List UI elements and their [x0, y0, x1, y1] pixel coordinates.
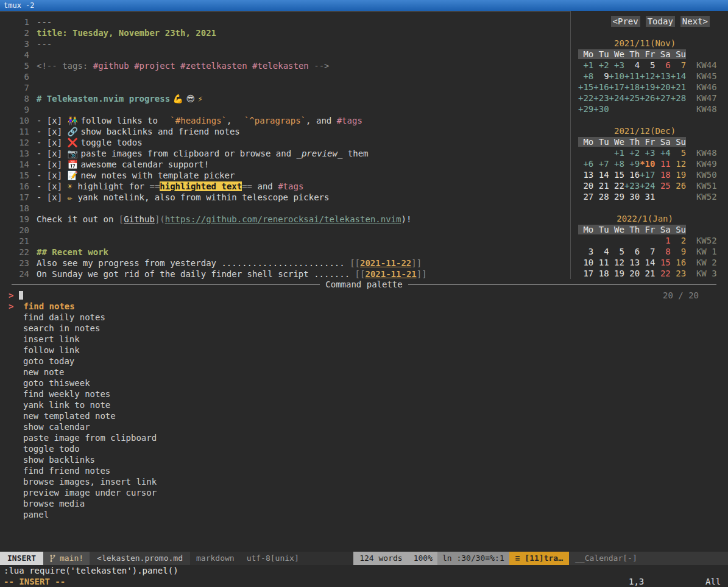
- editor-line[interactable]: 13- [x] 📷 paste images from clipboard or…: [0, 148, 570, 159]
- palette-prompt[interactable]: > 20 / 20: [0, 290, 728, 301]
- editor-line[interactable]: 17- [x] ✏ yank notelink, also from withi…: [0, 192, 570, 203]
- calendar-day[interactable]: +8: [578, 71, 593, 81]
- calendar-day[interactable]: 5: [640, 60, 655, 70]
- calendar-day[interactable]: +29: [578, 104, 593, 114]
- editor-line[interactable]: 16- [x] ☀ highlight for ==highlighted te…: [0, 181, 570, 192]
- calendar-day[interactable]: +11: [624, 71, 640, 81]
- calendar-day[interactable]: 25: [655, 181, 670, 191]
- calendar-day[interactable]: 18: [593, 269, 609, 278]
- palette-item[interactable]: new templated note: [0, 410, 728, 421]
- palette-item[interactable]: panel: [0, 509, 728, 520]
- palette-item[interactable]: new note: [0, 367, 728, 378]
- palette-item[interactable]: paste image from clipboard: [0, 432, 728, 443]
- calendar-day[interactable]: 26: [671, 181, 686, 191]
- calendar-day[interactable]: 17: [578, 269, 593, 278]
- calendar-day[interactable]: +26: [640, 93, 655, 103]
- calendar-day[interactable]: +21: [671, 82, 686, 92]
- calendar-day[interactable]: 5: [609, 247, 624, 256]
- calendar-day[interactable]: 11: [593, 258, 609, 267]
- editor-line[interactable]: 10- [x] 👫 follow links to `#headings`, `…: [0, 115, 570, 126]
- calendar-day[interactable]: 5: [671, 148, 686, 158]
- ref[interactable]: Github: [124, 214, 155, 224]
- calendar-day[interactable]: 30: [624, 192, 640, 202]
- editor-line[interactable]: 1---: [0, 16, 570, 27]
- calendar-day[interactable]: 3: [578, 247, 593, 256]
- calendar-next-button[interactable]: Next>: [680, 16, 710, 27]
- editor-line[interactable]: 3---: [0, 38, 570, 49]
- link[interactable]: 2021-11-22: [360, 258, 411, 268]
- calendar-day[interactable]: 12: [609, 258, 624, 267]
- calendar-day[interactable]: 29: [609, 192, 624, 202]
- calendar-day[interactable]: 10: [578, 258, 593, 267]
- calendar-day[interactable]: 16: [671, 258, 686, 267]
- calendar-day[interactable]: 21: [640, 269, 655, 278]
- calendar-day[interactable]: 13: [578, 170, 593, 180]
- editor-line[interactable]: 12- [x] ❌ toggle todos: [0, 137, 570, 148]
- calendar-day[interactable]: 6: [624, 247, 640, 256]
- palette-item[interactable]: browse media: [0, 498, 728, 509]
- calendar-day[interactable]: +16: [593, 82, 609, 92]
- calendar-day[interactable]: 14: [593, 170, 609, 180]
- editor-line[interactable]: 23Also see my progress from yesterday ..…: [0, 258, 570, 269]
- calendar-day[interactable]: +22: [578, 93, 593, 103]
- palette-item[interactable]: insert link: [0, 334, 728, 345]
- calendar-day[interactable]: 16: [624, 170, 640, 180]
- palette-item[interactable]: browse images, insert link: [0, 476, 728, 487]
- editor-line[interactable]: 2title: Tuesday, November 23th, 2021: [0, 27, 570, 38]
- calendar-day[interactable]: 1: [655, 236, 670, 245]
- calendar-day[interactable]: 19: [609, 269, 624, 278]
- palette-item[interactable]: preview image under cursor: [0, 487, 728, 498]
- calendar-day[interactable]: +10: [609, 71, 624, 81]
- calendar-day[interactable]: 22: [655, 269, 670, 278]
- calendar-day[interactable]: +3: [640, 148, 655, 158]
- calendar-day[interactable]: 12: [671, 159, 686, 169]
- editor-line[interactable]: 11- [x] 🔗 show backlinks and friend note…: [0, 126, 570, 137]
- calendar-day[interactable]: +1: [609, 148, 624, 158]
- calendar-day[interactable]: +20: [655, 82, 670, 92]
- palette-item[interactable]: follow link: [0, 345, 728, 356]
- calendar-day[interactable]: +1: [578, 60, 593, 70]
- calendar-day[interactable]: +13: [655, 71, 670, 81]
- calendar-day[interactable]: +24: [609, 93, 624, 103]
- editor-line[interactable]: 9: [0, 104, 570, 115]
- palette-item[interactable]: goto today: [0, 356, 728, 367]
- calendar-day[interactable]: +12: [640, 71, 655, 81]
- calendar-day[interactable]: +8: [609, 159, 624, 169]
- palette-item[interactable]: toggle todo: [0, 443, 728, 454]
- editor-line[interactable]: 21: [0, 236, 570, 247]
- editor-line[interactable]: 7: [0, 82, 570, 93]
- calendar-day[interactable]: 23: [671, 269, 686, 278]
- calendar-prev-button[interactable]: <Prev: [611, 16, 640, 27]
- calendar-day[interactable]: +30: [593, 104, 609, 114]
- calendar-day[interactable]: +17: [640, 170, 655, 180]
- calendar-day[interactable]: 28: [593, 192, 609, 202]
- calendar-day[interactable]: +7: [593, 159, 609, 169]
- palette-item[interactable]: goto thisweek: [0, 378, 728, 388]
- link[interactable]: 2021-11-21: [365, 269, 416, 279]
- editor-line[interactable]: 19Check it out on [Github](https://githu…: [0, 214, 570, 225]
- calendar-day[interactable]: 9: [593, 71, 609, 81]
- calendar-day[interactable]: 2: [671, 236, 686, 245]
- editor-line[interactable]: 20: [0, 225, 570, 236]
- editor-line[interactable]: 15- [x] 📝 new notes with template picker: [0, 170, 570, 181]
- url[interactable]: https://github.com/renerocksai/telekaste…: [165, 214, 401, 224]
- calendar-day[interactable]: 15: [655, 258, 670, 267]
- editor-line[interactable]: 6: [0, 71, 570, 82]
- editor-line[interactable]: 18: [0, 203, 570, 214]
- calendar-day[interactable]: +19: [640, 82, 655, 92]
- editor-line[interactable]: 4: [0, 49, 570, 60]
- palette-item[interactable]: search in notes: [0, 323, 728, 334]
- calendar-day[interactable]: +27: [655, 93, 670, 103]
- calendar-day[interactable]: +28: [671, 93, 686, 103]
- editor-line[interactable]: 8# Telekasten.nvim progress 💪 😎 ⚡: [0, 93, 570, 104]
- palette-item[interactable]: find daily notes: [0, 312, 728, 323]
- calendar-day[interactable]: 13: [624, 258, 640, 267]
- calendar-day[interactable]: +9: [624, 159, 640, 169]
- calendar-day[interactable]: *10: [640, 159, 655, 169]
- calendar-day[interactable]: +25: [624, 93, 640, 103]
- calendar-day[interactable]: +17: [609, 82, 624, 92]
- editor-line[interactable]: 24On Sunday we got rid of the daily find…: [0, 269, 570, 279]
- palette-item[interactable]: find friend notes: [0, 465, 728, 476]
- calendar-day[interactable]: 18: [655, 170, 670, 180]
- editor-line[interactable]: 22## Recent work: [0, 247, 570, 258]
